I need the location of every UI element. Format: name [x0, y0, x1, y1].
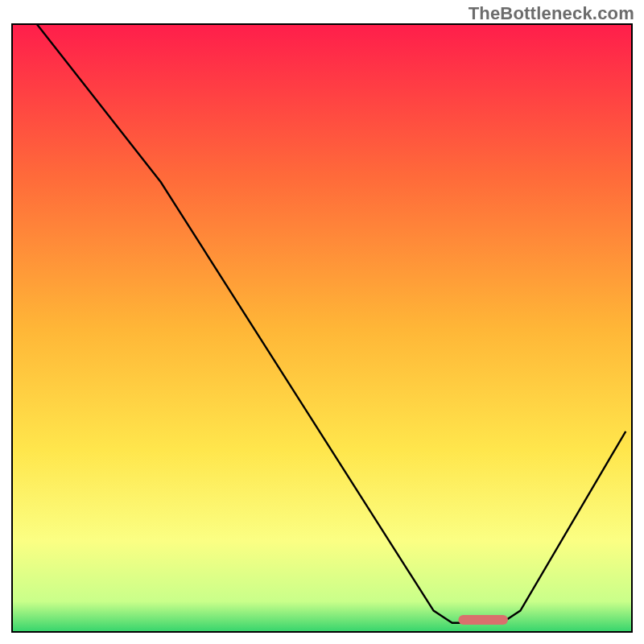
optimal-marker: [458, 615, 508, 625]
gradient-background: [12, 24, 632, 632]
bottleneck-chart: [0, 0, 644, 644]
chart-container: TheBottleneck.com: [0, 0, 644, 644]
